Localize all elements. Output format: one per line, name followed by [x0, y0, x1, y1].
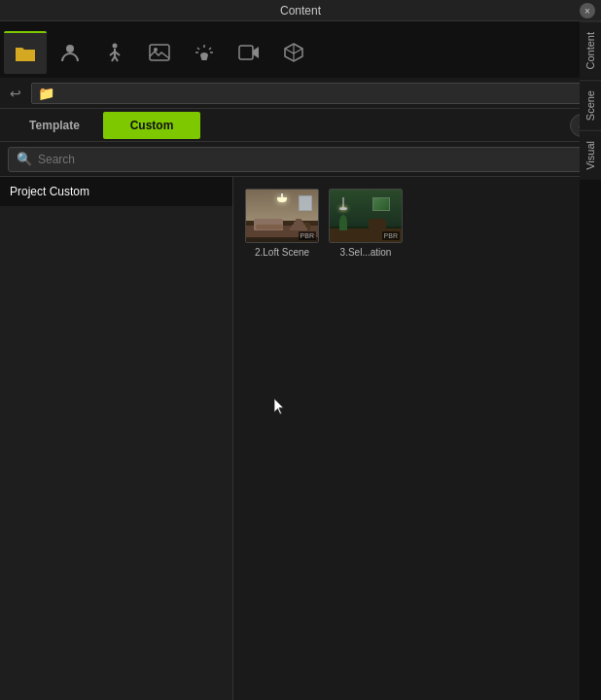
toolbar-person-icon[interactable] [49, 31, 91, 74]
search-input[interactable] [38, 153, 584, 166]
thumb-sel-wall-art [372, 197, 390, 211]
thumbnail-image-loft: PBR [245, 189, 319, 243]
toolbar-video-icon[interactable] [228, 31, 270, 74]
toolbar-folder-icon[interactable] [4, 31, 47, 74]
toolbar-image-icon[interactable] [138, 31, 181, 74]
svg-point-1 [113, 44, 118, 49]
vert-tab-content[interactable]: Content [580, 21, 601, 80]
svg-point-0 [66, 45, 74, 52]
thumb-badge-sel: PBR [382, 231, 400, 240]
thumb-sel-lamp [339, 197, 347, 209]
left-panel: Project Custom [0, 177, 233, 700]
thumb-loft-window [299, 195, 312, 211]
right-panel: PBR 2.Loft Scene [233, 177, 601, 700]
path-folder-icon: 📁 [38, 86, 54, 101]
thumbnail-item-sel[interactable]: PBR 3.Sel...ation [329, 189, 403, 258]
right-sidebar: Content Scene Visual [580, 21, 601, 700]
close-button[interactable]: × [580, 3, 595, 18]
back-button[interactable]: ↩ [6, 86, 25, 101]
left-panel-item-project-custom[interactable]: Project Custom [0, 177, 232, 206]
title-bar: Content × [0, 0, 601, 21]
thumbnail-image-sel: PBR [329, 189, 403, 243]
tab-template[interactable]: Template [6, 112, 103, 139]
tab-bar: Template Custom ⌄ [0, 109, 601, 142]
svg-line-6 [115, 56, 118, 61]
tab-custom[interactable]: Custom [103, 112, 200, 139]
svg-line-11 [209, 48, 211, 50]
thumb-sel-plant [339, 215, 347, 230]
svg-rect-14 [239, 46, 253, 59]
thumb-label-sel: 3.Sel...ation [340, 247, 392, 258]
thumb-label-loft: 2.Loft Scene [255, 247, 309, 258]
vert-tab-scene[interactable]: Scene [580, 80, 601, 130]
vert-tab-visual[interactable]: Visual [580, 130, 601, 180]
main-content: Project Custom [0, 177, 601, 700]
thumbnail-item-loft[interactable]: PBR 2.Loft Scene [245, 189, 319, 258]
icon-toolbar [0, 21, 601, 78]
thumbnail-grid: PBR 2.Loft Scene [245, 189, 589, 258]
toolbar-box-icon[interactable] [272, 31, 315, 74]
search-input-wrap[interactable]: 🔍 [8, 147, 593, 172]
search-icon: 🔍 [17, 152, 32, 166]
thumb-loft-stairs [290, 211, 307, 230]
search-bar: 🔍 [0, 142, 601, 177]
title-bar-text: Content [280, 4, 321, 18]
toolbar-lamp-icon[interactable] [183, 31, 226, 74]
address-bar: ↩ 📁 [0, 78, 601, 109]
path-field[interactable]: 📁 [31, 83, 595, 104]
thumb-sel-chair [369, 219, 386, 230]
toolbar-figure-icon[interactable] [93, 31, 136, 74]
thumb-badge-loft: PBR [299, 231, 316, 240]
thumb-loft-rug [256, 225, 283, 229]
thumb-loft-light [281, 193, 283, 201]
svg-line-10 [197, 48, 199, 50]
